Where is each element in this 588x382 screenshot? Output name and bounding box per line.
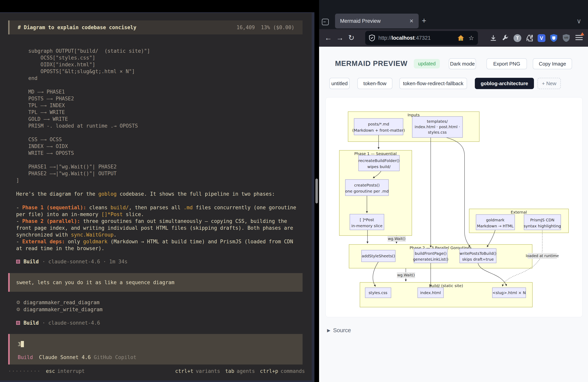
diagram-tab-untitled[interactable]: untitled <box>329 78 350 89</box>
bullet-line: front page index, and writing individual… <box>16 225 293 232</box>
url-bar[interactable]: http://localhost:47321 ☆ <box>365 31 478 45</box>
hotkey: ctrl+p <box>260 368 278 374</box>
chevron-down-icon[interactable]: ∨ <box>577 17 581 25</box>
hotkey-label: variants <box>196 368 220 374</box>
tab-title: Mermaid Preview <box>340 18 381 24</box>
svg-text:UD: UD <box>564 36 568 39</box>
model-name: Claude Sonnet 4.6 <box>39 354 91 360</box>
code-line: PHASE1 —→|"wg.Wait()"| PHASE2 <box>16 163 150 170</box>
code-line: WRITE —→ OPOSTS <box>16 150 150 157</box>
agent-name: Build <box>23 259 39 265</box>
svg-text:index.html: index.html <box>420 290 441 295</box>
svg-text:in-memory slice: in-memory slice <box>351 223 382 228</box>
source-label: Source <box>333 327 351 334</box>
svg-text:goldmark: goldmark <box>486 218 504 222</box>
svg-text:styles.css: styles.css <box>428 130 447 135</box>
agent-run-summary: Build · claude-sonnet-4.6 · 1m 34s <box>16 259 127 265</box>
user-message: sweet, lets can you do it as like a sequ… <box>8 273 303 292</box>
subgraph-label-output: build/ (static site) <box>429 283 463 288</box>
code-line: GOLD —→ WRITE <box>16 116 150 123</box>
terminal-pane: # Diagram to explain codebase concisely … <box>0 0 312 382</box>
session-title: # Diagram to explain codebase concisely <box>18 24 136 30</box>
hotkey: tab <box>225 368 234 374</box>
bullet-line: - Phase 1 (sequential): cleans build/, t… <box>16 204 296 211</box>
browser-tab[interactable]: Mermaid Preview ✕ <box>335 14 419 28</box>
bullet-line: - Phase 2 (parallel): three goroutines f… <box>16 218 287 225</box>
svg-text:addStyleSheets(): addStyleSheets() <box>362 254 395 258</box>
bullet-line: per file) into an in-memory []*Post slic… <box>16 211 144 218</box>
browser-pane: Mermaid Preview ✕ + ∨ ← → ↻ http://local… <box>319 0 588 382</box>
home-icon[interactable] <box>458 35 464 41</box>
bullet-line: at read time in the browser). <box>16 245 105 252</box>
back-button[interactable]: ← <box>325 33 332 42</box>
code-line: CSS —→ OCSS <box>16 136 150 143</box>
code-line: TPL —→ INDEX <box>16 102 150 109</box>
extension-t-icon[interactable]: T <box>514 34 521 42</box>
copy-image-button[interactable]: Copy Image <box>533 58 572 69</box>
bookmark-star-icon[interactable]: ☆ <box>468 34 474 42</box>
code-line <box>16 129 150 136</box>
token-stats: 16,409 13% ($0.00) <box>237 24 294 30</box>
edge-label-wait2: wg.Wait() <box>397 273 415 277</box>
svg-text:createPosts(): createPosts() <box>354 183 379 188</box>
diagram-tab-token-flow-redirect-fallback[interactable]: token-flow-redirect-fallback <box>399 78 467 89</box>
tool-name: diagrammaker_write_diagram <box>23 307 103 312</box>
status-bar: ········· escinterrupt ctrl+tvariants ta… <box>8 368 305 375</box>
site-security-shield-icon[interactable] <box>369 35 375 41</box>
tool-name: diagrammaker_read_diagram <box>23 299 100 305</box>
diagram-tab-goblog-architecture[interactable]: goblog-architecture <box>475 78 534 89</box>
svg-text:templates/: templates/ <box>427 119 448 124</box>
export-png-button[interactable]: Export PNG <box>486 58 527 69</box>
text-cursor <box>21 341 24 347</box>
session-header: # Diagram to explain codebase concisely … <box>8 21 303 34</box>
extension-puzzle-icon[interactable] <box>525 34 534 42</box>
diagram-tab-token-flow[interactable]: token-flow <box>357 78 392 89</box>
url-text[interactable]: http://localhost:47321 <box>378 35 431 41</box>
svg-text:buildFrontPage(): buildFrontPage() <box>415 251 447 256</box>
source-toggle[interactable]: ▶ Source <box>327 327 351 334</box>
hotkey: esc <box>46 368 55 374</box>
svg-text:PrismJS CDN: PrismJS CDN <box>530 218 555 222</box>
extension-shield-blue-icon[interactable] <box>550 34 558 42</box>
new-tab-button[interactable]: + <box>422 16 426 25</box>
code-line: TPL —→ WRITE <box>16 109 150 116</box>
code-line: POSTS —→ PHASE2 <box>16 95 150 102</box>
pane-divider <box>312 0 315 382</box>
scrollbar-track[interactable] <box>315 0 319 382</box>
tool-call: ⚙ diagrammaker_read_diagram <box>16 299 100 305</box>
prompt-text[interactable]: 3 <box>18 341 24 347</box>
code-line <box>16 157 150 163</box>
code-line: OIDX["index.html"] <box>16 61 150 68</box>
extension-shield-gray-icon[interactable]: UD <box>562 34 570 42</box>
svg-text:recreateBuildFolder(): recreateBuildFolder() <box>358 158 399 163</box>
code-line: ] <box>16 177 150 184</box>
svg-text:generateLinkList(): generateLinkList() <box>413 257 448 262</box>
browser-nav-bar: ← → ↻ http://localhost:47321 ☆ T V UD <box>319 29 588 47</box>
bullet-line: synchronized with sync.WaitGroup. <box>16 232 117 238</box>
wrench-icon[interactable] <box>502 34 509 42</box>
menu-icon[interactable] <box>575 35 583 41</box>
scrollbar-thumb[interactable] <box>315 179 318 203</box>
svg-text:index.html · post.html ·: index.html · post.html · <box>415 125 460 129</box>
code-line: OPOSTS["&lt;slug&gt;.html × N"] <box>16 68 150 75</box>
close-icon[interactable]: ✕ <box>409 18 414 24</box>
page-title: MERMAID PREVIEW <box>335 60 408 68</box>
agent-icon <box>16 321 20 325</box>
page-content: MERMAID PREVIEW updated Dark mode Export… <box>319 47 588 382</box>
extension-v-icon[interactable]: V <box>538 34 546 42</box>
dark-mode-button[interactable]: Dark mode <box>449 58 476 69</box>
forward-button[interactable]: → <box>336 33 344 42</box>
gear-icon: ⚙ <box>16 300 21 305</box>
mermaid-flowchart: Inputs Phase 1 — Sequential External Pha… <box>326 97 583 318</box>
hotkey: ctrl+t <box>175 368 193 374</box>
svg-text:<slug>.html × N: <slug>.html × N <box>492 290 525 295</box>
download-icon[interactable] <box>489 34 497 42</box>
svg-text:wipes build/: wipes build/ <box>367 164 391 169</box>
new-diagram-button[interactable]: + New <box>537 78 561 89</box>
prompt-input[interactable]: 3 Build Claude Sonnet 4.6 GitHub Copilot <box>8 334 303 364</box>
svg-text:posts/*.md: posts/*.md <box>368 122 389 127</box>
tab-manager-icon[interactable] <box>322 19 329 25</box>
reload-button[interactable]: ↻ <box>348 33 355 42</box>
mermaid-code-block: subgraph OUTPUT["build/ (static site)"] … <box>16 48 150 184</box>
agent-meta: · claude-sonnet-4.6 · 1m 34s <box>42 259 127 265</box>
